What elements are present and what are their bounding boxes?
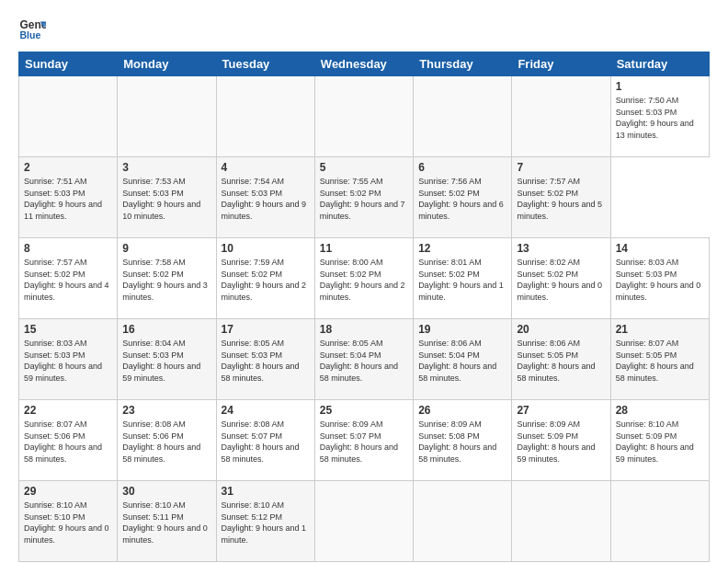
col-header-friday: Friday (512, 52, 610, 76)
col-header-sunday: Sunday (19, 52, 118, 76)
calendar-cell: 10Sunrise: 7:59 AMSunset: 5:02 PMDayligh… (216, 238, 314, 319)
calendar-cell: 26Sunrise: 8:09 AMSunset: 5:08 PMDayligh… (414, 400, 512, 481)
day-number: 20 (517, 323, 605, 336)
day-info: Sunrise: 7:53 AMSunset: 5:03 PMDaylight:… (122, 176, 210, 222)
day-number: 26 (418, 404, 506, 417)
calendar-cell: 19Sunrise: 8:06 AMSunset: 5:04 PMDayligh… (414, 319, 512, 400)
day-info: Sunrise: 8:03 AMSunset: 5:03 PMDaylight:… (24, 338, 112, 384)
day-number: 28 (616, 404, 704, 417)
day-info: Sunrise: 8:08 AMSunset: 5:06 PMDaylight:… (122, 419, 210, 465)
calendar-week-5: 29Sunrise: 8:10 AMSunset: 5:10 PMDayligh… (19, 481, 710, 562)
day-info: Sunrise: 8:09 AMSunset: 5:07 PMDaylight:… (320, 419, 408, 465)
calendar-cell (414, 481, 512, 562)
day-number: 9 (122, 242, 210, 255)
day-info: Sunrise: 8:04 AMSunset: 5:03 PMDaylight:… (122, 338, 210, 384)
calendar-week-4: 22Sunrise: 8:07 AMSunset: 5:06 PMDayligh… (19, 400, 710, 481)
calendar-week-2: 8Sunrise: 7:57 AMSunset: 5:02 PMDaylight… (19, 238, 710, 319)
day-number: 14 (616, 242, 704, 255)
day-info: Sunrise: 8:01 AMSunset: 5:02 PMDaylight:… (418, 257, 506, 303)
calendar-cell (314, 76, 413, 157)
calendar-cell (19, 76, 118, 157)
calendar-cell (314, 481, 413, 562)
calendar-cell (118, 76, 216, 157)
calendar-cell: 17Sunrise: 8:05 AMSunset: 5:03 PMDayligh… (216, 319, 314, 400)
day-info: Sunrise: 8:05 AMSunset: 5:04 PMDaylight:… (320, 338, 408, 384)
day-number: 10 (222, 242, 310, 255)
calendar-cell: 23Sunrise: 8:08 AMSunset: 5:06 PMDayligh… (118, 400, 216, 481)
calendar-body: 1Sunrise: 7:50 AMSunset: 5:03 PMDaylight… (19, 76, 710, 562)
header: General Blue (18, 15, 710, 42)
calendar-cell: 7Sunrise: 7:57 AMSunset: 5:02 PMDaylight… (512, 157, 610, 238)
day-info: Sunrise: 7:54 AMSunset: 5:03 PMDaylight:… (222, 176, 310, 222)
calendar-cell: 5Sunrise: 7:55 AMSunset: 5:02 PMDaylight… (314, 157, 413, 238)
day-number: 2 (24, 161, 112, 174)
col-header-thursday: Thursday (414, 52, 512, 76)
calendar-cell (610, 481, 709, 562)
day-number: 15 (24, 323, 112, 336)
calendar-cell: 13Sunrise: 8:02 AMSunset: 5:02 PMDayligh… (512, 238, 610, 319)
day-number: 7 (517, 161, 605, 174)
calendar-cell: 27Sunrise: 8:09 AMSunset: 5:09 PMDayligh… (512, 400, 610, 481)
logo-icon: General Blue (18, 15, 46, 42)
day-number: 12 (418, 242, 506, 255)
day-number: 18 (320, 323, 408, 336)
day-number: 21 (616, 323, 704, 336)
day-number: 23 (122, 404, 210, 417)
day-number: 16 (122, 323, 210, 336)
calendar-cell: 15Sunrise: 8:03 AMSunset: 5:03 PMDayligh… (19, 319, 118, 400)
svg-text:Blue: Blue (20, 29, 41, 40)
calendar-page: General Blue SundayMondayTuesdayWednesda… (0, 0, 728, 563)
calendar-cell: 8Sunrise: 7:57 AMSunset: 5:02 PMDaylight… (19, 238, 118, 319)
calendar-cell: 3Sunrise: 7:53 AMSunset: 5:03 PMDaylight… (118, 157, 216, 238)
day-info: Sunrise: 8:10 AMSunset: 5:09 PMDaylight:… (616, 419, 704, 465)
calendar-cell: 11Sunrise: 8:00 AMSunset: 5:02 PMDayligh… (314, 238, 413, 319)
calendar-cell: 31Sunrise: 8:10 AMSunset: 5:12 PMDayligh… (216, 481, 314, 562)
calendar-cell: 16Sunrise: 8:04 AMSunset: 5:03 PMDayligh… (118, 319, 216, 400)
calendar-cell (512, 481, 610, 562)
day-info: Sunrise: 8:05 AMSunset: 5:03 PMDaylight:… (222, 338, 310, 384)
day-number: 1 (616, 80, 704, 93)
day-number: 30 (122, 485, 210, 498)
day-number: 3 (122, 161, 210, 174)
day-info: Sunrise: 8:03 AMSunset: 5:03 PMDaylight:… (616, 257, 704, 303)
day-info: Sunrise: 8:08 AMSunset: 5:07 PMDaylight:… (222, 419, 310, 465)
day-number: 19 (418, 323, 506, 336)
day-number: 24 (222, 404, 310, 417)
day-info: Sunrise: 8:02 AMSunset: 5:02 PMDaylight:… (517, 257, 605, 303)
day-info: Sunrise: 7:55 AMSunset: 5:02 PMDaylight:… (320, 176, 408, 222)
day-number: 27 (517, 404, 605, 417)
calendar-week-3: 15Sunrise: 8:03 AMSunset: 5:03 PMDayligh… (19, 319, 710, 400)
calendar-cell: 2Sunrise: 7:51 AMSunset: 5:03 PMDaylight… (19, 157, 118, 238)
calendar-cell: 30Sunrise: 8:10 AMSunset: 5:11 PMDayligh… (118, 481, 216, 562)
calendar-cell: 6Sunrise: 7:56 AMSunset: 5:02 PMDaylight… (414, 157, 512, 238)
calendar-week-1: 2Sunrise: 7:51 AMSunset: 5:03 PMDaylight… (19, 157, 710, 238)
day-number: 5 (320, 161, 408, 174)
day-number: 22 (24, 404, 112, 417)
calendar-cell: 14Sunrise: 8:03 AMSunset: 5:03 PMDayligh… (610, 238, 709, 319)
calendar-cell: 24Sunrise: 8:08 AMSunset: 5:07 PMDayligh… (216, 400, 314, 481)
calendar-cell: 4Sunrise: 7:54 AMSunset: 5:03 PMDaylight… (216, 157, 314, 238)
day-info: Sunrise: 8:07 AMSunset: 5:05 PMDaylight:… (616, 338, 704, 384)
calendar-cell: 22Sunrise: 8:07 AMSunset: 5:06 PMDayligh… (19, 400, 118, 481)
calendar-cell (414, 76, 512, 157)
calendar-header-row: SundayMondayTuesdayWednesdayThursdayFrid… (19, 52, 710, 76)
col-header-monday: Monday (118, 52, 216, 76)
day-info: Sunrise: 8:09 AMSunset: 5:08 PMDaylight:… (418, 419, 506, 465)
day-info: Sunrise: 8:10 AMSunset: 5:12 PMDaylight:… (222, 500, 310, 546)
day-info: Sunrise: 7:58 AMSunset: 5:02 PMDaylight:… (122, 257, 210, 303)
day-info: Sunrise: 7:50 AMSunset: 5:03 PMDaylight:… (616, 95, 704, 141)
col-header-tuesday: Tuesday (216, 52, 314, 76)
day-info: Sunrise: 8:10 AMSunset: 5:10 PMDaylight:… (24, 500, 112, 546)
day-info: Sunrise: 7:56 AMSunset: 5:02 PMDaylight:… (418, 176, 506, 222)
calendar-cell: 18Sunrise: 8:05 AMSunset: 5:04 PMDayligh… (314, 319, 413, 400)
day-number: 6 (418, 161, 506, 174)
calendar-week-0: 1Sunrise: 7:50 AMSunset: 5:03 PMDaylight… (19, 76, 710, 157)
day-number: 29 (24, 485, 112, 498)
logo: General Blue (18, 15, 46, 42)
day-info: Sunrise: 7:57 AMSunset: 5:02 PMDaylight:… (517, 176, 605, 222)
calendar-cell: 25Sunrise: 8:09 AMSunset: 5:07 PMDayligh… (314, 400, 413, 481)
calendar-cell: 28Sunrise: 8:10 AMSunset: 5:09 PMDayligh… (610, 400, 709, 481)
day-number: 4 (222, 161, 310, 174)
day-info: Sunrise: 8:10 AMSunset: 5:11 PMDaylight:… (122, 500, 210, 546)
day-number: 25 (320, 404, 408, 417)
